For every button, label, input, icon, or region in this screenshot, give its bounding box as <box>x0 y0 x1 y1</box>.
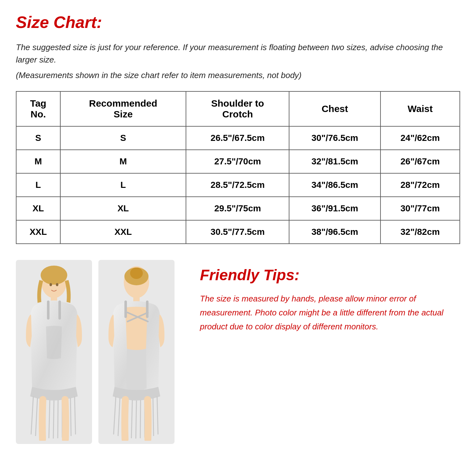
tips-text: The size is measured by hands, please al… <box>200 292 460 334</box>
svg-line-35 <box>153 398 154 436</box>
page-title: Size Chart: <box>16 13 460 32</box>
svg-line-6 <box>36 398 37 436</box>
table-row: SS26.5"/67.5cm30"/76.5cm24"/62cm <box>16 126 460 150</box>
svg-line-32 <box>140 400 141 438</box>
table-row: LL28.5"/72.5cm34"/86.5cm28"/72cm <box>16 173 460 197</box>
intro-text-line2: (Measurements shown in the size chart re… <box>16 69 460 82</box>
tips-section: Friendly Tips: The size is measured by h… <box>200 260 460 334</box>
svg-point-16 <box>50 283 52 286</box>
table-cell: 30"/76.5cm <box>289 126 380 150</box>
table-header-row: TagNo. RecommendedSize Shoulder toCrotch… <box>16 91 460 126</box>
table-cell: 34"/86.5cm <box>289 173 380 197</box>
col-header-shoulder: Shoulder toCrotch <box>186 91 289 126</box>
tips-title: Friendly Tips: <box>200 266 460 284</box>
table-cell: 30.5"/77.5cm <box>186 220 289 244</box>
table-cell: M <box>60 150 186 173</box>
svg-line-26 <box>114 396 116 434</box>
svg-line-5 <box>31 396 33 434</box>
col-header-recommended: RecommendedSize <box>60 91 186 126</box>
svg-rect-4 <box>58 301 61 320</box>
col-header-tag: TagNo. <box>16 91 60 126</box>
intro-text-line1: The suggested size is just for your refe… <box>16 41 460 66</box>
col-header-waist: Waist <box>380 91 460 126</box>
table-row: XLXL29.5"/75cm36"/91.5cm30"/77cm <box>16 197 460 220</box>
garment-images <box>16 260 181 444</box>
table-cell: XL <box>16 197 60 220</box>
table-cell: 30"/77cm <box>380 197 460 220</box>
svg-line-9 <box>49 400 50 438</box>
svg-rect-3 <box>47 301 50 320</box>
size-chart-table: TagNo. RecommendedSize Shoulder toCrotch… <box>16 91 460 244</box>
table-cell: 32"/81.5cm <box>289 150 380 173</box>
table-row: MM27.5"/70cm32"/81.5cm26"/67cm <box>16 150 460 173</box>
garment-front-view <box>16 260 92 444</box>
svg-line-36 <box>157 396 158 434</box>
svg-line-31 <box>136 400 136 439</box>
garment-back-view <box>98 260 175 444</box>
table-row: XXLXXL30.5"/77.5cm38"/96.5cm32"/82cm <box>16 220 460 244</box>
table-cell: 28.5"/72.5cm <box>186 173 289 197</box>
table-cell: 36"/91.5cm <box>289 197 380 220</box>
bottom-section: Friendly Tips: The size is measured by h… <box>16 260 460 444</box>
table-cell: S <box>60 126 186 150</box>
table-cell: 26.5"/67.5cm <box>186 126 289 150</box>
table-cell: S <box>16 126 60 150</box>
table-cell: XXL <box>60 220 186 244</box>
table-cell: L <box>16 173 60 197</box>
table-cell: XL <box>60 197 186 220</box>
svg-point-1 <box>41 266 67 285</box>
table-cell: 24"/62cm <box>380 126 460 150</box>
svg-rect-22 <box>124 301 127 318</box>
svg-point-17 <box>56 283 58 286</box>
table-cell: 32"/82cm <box>380 220 460 244</box>
table-cell: 28"/72cm <box>380 173 460 197</box>
table-cell: L <box>60 173 186 197</box>
svg-point-20 <box>130 268 143 279</box>
col-header-chest: Chest <box>289 91 380 126</box>
svg-line-30 <box>131 400 132 438</box>
table-cell: M <box>16 150 60 173</box>
svg-line-14 <box>70 398 71 436</box>
table-cell: 27.5"/70cm <box>186 150 289 173</box>
svg-line-15 <box>75 396 76 434</box>
svg-line-27 <box>118 398 120 436</box>
table-cell: 29.5"/75cm <box>186 197 289 220</box>
table-cell: XXL <box>16 220 60 244</box>
table-cell: 38"/96.5cm <box>289 220 380 244</box>
svg-line-10 <box>53 400 54 439</box>
svg-rect-23 <box>146 301 149 318</box>
svg-line-11 <box>58 400 58 438</box>
table-cell: 26"/67cm <box>380 150 460 173</box>
